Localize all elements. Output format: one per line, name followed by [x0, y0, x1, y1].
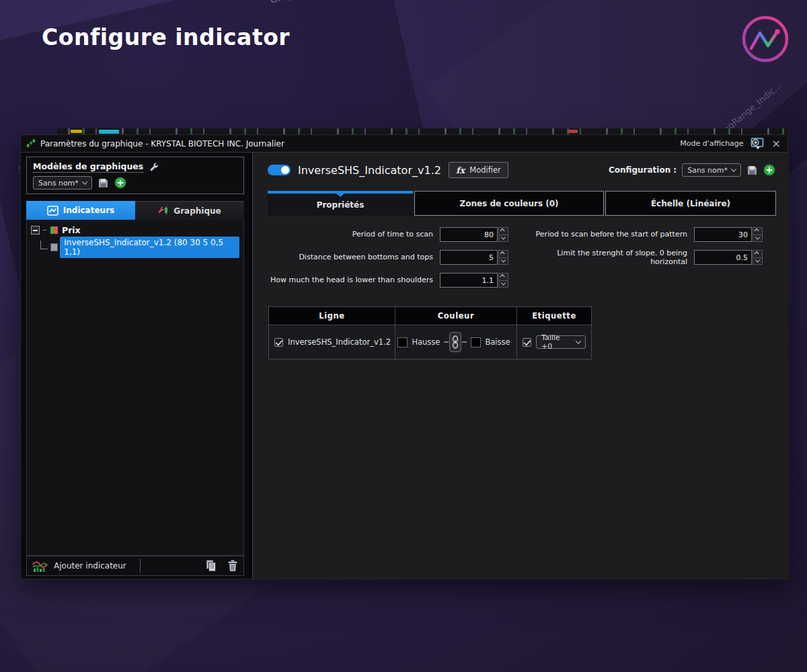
- spin-up-button[interactable]: [498, 273, 508, 281]
- dialog-body: Modèles de graphiques Sans nom*: [21, 153, 787, 579]
- fx-icon: fx: [456, 165, 465, 175]
- main-panel: InverseSHS_Indicator_v1.2 fx Modifier Co…: [252, 153, 789, 579]
- tree-connector: [43, 230, 46, 230]
- templates-select[interactable]: Sans nom*: [33, 176, 92, 190]
- spin-down-button[interactable]: [498, 281, 508, 288]
- cell-ligne: InverseSHS_Indicator_v1.2: [269, 325, 395, 359]
- configuration-select[interactable]: Sans nom*: [682, 163, 741, 177]
- line-visible-checkbox[interactable]: [274, 338, 283, 347]
- tree-node-indicator-label: InverseSHS_Indicator_v1.2 (80 30 5 0,5 1…: [60, 237, 239, 258]
- indicator-checkbox[interactable]: [50, 243, 59, 251]
- chart-settings-dialog: Paramètres du graphique - KRYSTAL BIOTEC…: [20, 134, 788, 579]
- label-visible-checkbox[interactable]: [523, 338, 531, 347]
- chart-templates-box: Modèles de graphiques Sans nom*: [26, 157, 244, 194]
- display-mode-label: Mode d'affichage: [680, 139, 743, 148]
- add-configuration-icon[interactable]: [763, 164, 775, 176]
- indicator-header: InverseSHS_Indicator_v1.2 fx Modifier: [268, 162, 508, 178]
- configuration-select-value: Sans nom*: [687, 166, 728, 175]
- tab-graphique[interactable]: Graphique: [135, 201, 244, 220]
- indicator-tree: Prix InverseSHS_Indicator_v1.2 (80 30 5 …: [26, 220, 244, 556]
- hausse-label: Hausse: [412, 337, 440, 347]
- tree-node-prix-label: Prix: [62, 225, 81, 235]
- cell-couleur: Hausse Baisse: [395, 325, 517, 359]
- add-template-icon[interactable]: [114, 177, 126, 189]
- chevron-down-icon: [576, 338, 581, 343]
- label-size-select[interactable]: Taille +0: [536, 335, 586, 349]
- hausse-color-swatch[interactable]: [397, 337, 408, 347]
- background-chart-strip: [57, 128, 788, 134]
- close-icon[interactable]: ×: [771, 139, 782, 149]
- sidebar: Modèles de graphiques Sans nom*: [21, 153, 249, 579]
- templates-select-value: Sans nom*: [38, 179, 79, 187]
- param-label: How much the head is lower than shoulder…: [268, 276, 433, 284]
- chevron-down-icon: [82, 179, 87, 184]
- page-background: Graphique Sans nom Indicateurs Prix Trad…: [0, 0, 807, 672]
- chart-templates-title: Modèles de graphiques: [33, 161, 143, 173]
- tab-indicateurs[interactable]: Indicateurs: [26, 201, 135, 220]
- spin-down-button[interactable]: [498, 235, 508, 243]
- param-input[interactable]: [440, 273, 498, 288]
- link-colors-icon[interactable]: [449, 332, 461, 352]
- baisse-color-swatch[interactable]: [471, 337, 481, 347]
- param-field-period-scan: [440, 227, 511, 242]
- tab-proprietes[interactable]: Propriétés: [268, 191, 413, 216]
- strip-speck: [99, 130, 119, 134]
- strip-speck: [568, 130, 578, 133]
- dialog-titlebar[interactable]: Paramètres du graphique - KRYSTAL BIOTEC…: [21, 135, 787, 153]
- spin-down-button[interactable]: [498, 258, 508, 265]
- spinner: [498, 227, 508, 242]
- tree-node-prix[interactable]: Prix: [31, 225, 239, 235]
- candlestick-wrench-icon: [158, 206, 169, 216]
- page-title: Configure indicator: [42, 24, 290, 50]
- sidebar-tabs: Indicateurs Graphique: [26, 201, 244, 220]
- add-indicator-button[interactable]: Ajouter indicateur: [54, 561, 126, 571]
- save-configuration-icon[interactable]: [746, 165, 758, 176]
- tree-node-indicator[interactable]: InverseSHS_Indicator_v1.2 (80 30 5 0,5 1…: [40, 237, 239, 258]
- param-label: Distance between bottoms and tops: [268, 253, 433, 261]
- param-input[interactable]: [694, 250, 752, 265]
- param-field-period-before: [694, 227, 765, 242]
- tab-zones-de-couleurs[interactable]: Zones de couleurs (0): [414, 191, 604, 216]
- spin-up-button[interactable]: [753, 250, 763, 258]
- param-label: Period of time to scan: [268, 230, 433, 239]
- link-dash: [444, 341, 449, 343]
- tab-zones-label: Zones de couleurs (0): [459, 199, 558, 208]
- display-mode-icon[interactable]: [749, 137, 765, 150]
- param-input[interactable]: [440, 250, 498, 265]
- table-row: InverseSHS_Indicator_v1.2 Hausse: [269, 325, 591, 359]
- spin-up-button[interactable]: [753, 227, 763, 235]
- param-input[interactable]: [440, 227, 498, 242]
- sidebar-footer: Ajouter indicateur: [26, 556, 244, 576]
- param-field-distance: [440, 250, 511, 265]
- spinner: [753, 250, 763, 265]
- trash-icon[interactable]: [227, 560, 238, 572]
- tab-echelle[interactable]: Échelle (Linéaire): [605, 191, 776, 216]
- column-header-couleur: Couleur: [395, 307, 517, 325]
- param-field-head-lower: [440, 273, 511, 288]
- indicator-enabled-toggle[interactable]: [268, 165, 291, 175]
- indicator-name: InverseSHS_Indicator_v1.2: [298, 164, 441, 177]
- spin-up-button[interactable]: [498, 227, 508, 235]
- collapse-icon[interactable]: [31, 226, 40, 235]
- param-input[interactable]: [694, 227, 752, 242]
- spin-up-button[interactable]: [498, 250, 508, 258]
- tab-echelle-label: Échelle (Linéaire): [651, 199, 730, 208]
- add-indicator-icon: [32, 560, 48, 573]
- modify-button[interactable]: fx Modifier: [449, 162, 508, 178]
- save-template-icon[interactable]: [98, 177, 109, 189]
- param-label: Limit the strenght of slope. 0 being hor…: [518, 249, 687, 266]
- wrench-icon[interactable]: [149, 162, 159, 172]
- line-chart-icon: [47, 206, 59, 216]
- spin-down-button[interactable]: [753, 235, 763, 243]
- parameters-grid: Period of time to scan Period to scan be…: [268, 223, 765, 292]
- ghost-label-graphique: Graphique: [269, 0, 321, 5]
- line-name: InverseSHS_Indicator_v1.2: [288, 337, 391, 347]
- spinner: [753, 227, 763, 242]
- spin-down-button[interactable]: [753, 258, 763, 265]
- brand-logo: [739, 13, 792, 65]
- copy-icon[interactable]: [204, 559, 218, 573]
- configuration-label: Configuration :: [609, 165, 677, 175]
- lines-table-header: Ligne Couleur Etiquette: [269, 307, 591, 325]
- tab-indicateurs-label: Indicateurs: [63, 206, 114, 215]
- footer-divider: [140, 559, 141, 573]
